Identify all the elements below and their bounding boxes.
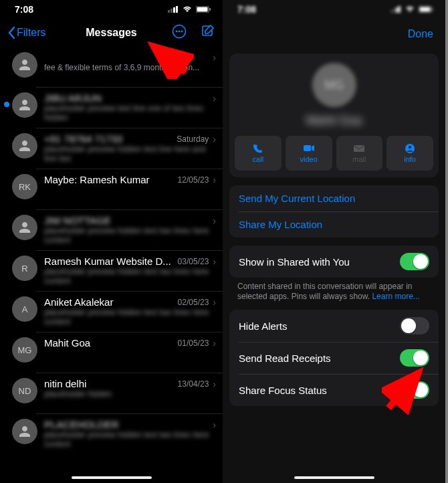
- focus-status-label: Share Focus Status: [239, 385, 327, 396]
- conversation-date: 13/04/23: [178, 379, 209, 389]
- conversation-row[interactable]: JIBU ARJUN›placeholder preview text line…: [0, 87, 223, 128]
- call-action[interactable]: call: [235, 136, 282, 171]
- avatar: ND: [12, 378, 37, 403]
- conversation-preview: placeholder preview hidden text two line…: [44, 430, 216, 449]
- chevron-right-icon: ›: [213, 215, 216, 226]
- shared-footnote: Content shared in this conversation will…: [223, 278, 445, 302]
- conversation-name: Ramesh Kumar Website D...: [44, 256, 174, 267]
- avatar: MG: [12, 337, 37, 363]
- conversation-preview: placeholder preview hidden text two line…: [44, 308, 216, 326]
- conversation-row[interactable]: RKMaybe: Ramesh Kumar12/05/23›: [0, 169, 223, 209]
- status-bar: 7:08: [223, 0, 445, 19]
- status-icons: [168, 6, 211, 13]
- svg-rect-3: [176, 6, 178, 13]
- shared-toggle[interactable]: [400, 253, 429, 270]
- svg-rect-13: [390, 10, 393, 13]
- mail-icon: [353, 143, 365, 154]
- conversation-preview: placeholder preview hidden text two line…: [44, 267, 216, 286]
- conversation-date: 03/05/23: [178, 257, 209, 266]
- conversation-preview: placeholder hidden: [44, 389, 216, 408]
- svg-rect-16: [399, 6, 401, 13]
- svg-rect-1: [171, 9, 173, 13]
- avatar: R: [12, 256, 37, 281]
- chevron-right-icon: ›: [213, 175, 216, 185]
- svg-rect-6: [209, 8, 211, 11]
- chevron-right-icon: ›: [213, 52, 216, 63]
- status-icons: [390, 6, 433, 13]
- conversation-name: JIM NOTTAGE: [44, 215, 205, 226]
- info-action[interactable]: info: [386, 136, 433, 171]
- avatar: A: [12, 296, 37, 322]
- conversation-preview: placeholder preview hidden text two line…: [44, 226, 216, 245]
- contact-avatar[interactable]: MG: [312, 63, 356, 107]
- conversation-row[interactable]: RRamesh Kumar Website D...03/05/23›place…: [0, 250, 223, 291]
- chevron-right-icon: ›: [213, 134, 216, 144]
- video-icon: [303, 143, 315, 154]
- conversation-row[interactable]: JIM NOTTAGE›placeholder preview hidden t…: [0, 209, 223, 250]
- signal-icon: [168, 6, 179, 13]
- home-indicator[interactable]: [72, 476, 152, 479]
- conversation-name: PLACEHOLDER: [44, 419, 205, 430]
- focus-status-toggle[interactable]: [400, 381, 429, 399]
- send-current-location[interactable]: Send My Current Location: [229, 185, 439, 211]
- avatar: [12, 419, 37, 444]
- conversation-preview: placeholder preview text line one of two…: [44, 104, 216, 122]
- svg-rect-14: [393, 9, 395, 13]
- contact-profile-card: MG Mahit Goa call video mail info: [229, 54, 439, 177]
- share-my-location[interactable]: Share My Location: [229, 211, 439, 237]
- home-indicator[interactable]: [294, 476, 374, 479]
- shared-with-you-row: Show in Shared with You: [229, 246, 439, 278]
- left-phone: 7:08 Filters Messages ›fee & flexible te…: [0, 0, 223, 483]
- phone-icon: [252, 143, 264, 154]
- conversation-date: 12/05/23: [178, 175, 209, 185]
- conversation-date: 02/05/23: [178, 298, 209, 307]
- conversation-row[interactable]: NDnitin delhi13/04/23›placeholder hidden: [0, 373, 223, 413]
- read-receipts-label: Send Read Receipts: [239, 353, 331, 364]
- conversation-row[interactable]: ›fee & flexible terms of 3,6,9 months. S…: [0, 47, 223, 87]
- focus-status-row: Share Focus Status: [229, 374, 439, 406]
- hide-alerts-label: Hide Alerts: [239, 320, 288, 332]
- avatar: [12, 92, 37, 118]
- conversation-row[interactable]: MGMahit Goa01/05/23›: [0, 332, 223, 373]
- conversation-name: +91 78764 71733: [44, 133, 173, 144]
- conversation-row[interactable]: +91 78764 71733Saturday›placeholder prev…: [0, 128, 223, 169]
- page-title: Messages: [0, 27, 223, 39]
- conversation-name: Maybe: Ramesh Kumar: [44, 174, 174, 185]
- unread-dot: [4, 102, 9, 107]
- video-action[interactable]: video: [286, 136, 332, 171]
- mail-action: mail: [336, 136, 383, 171]
- conversation-preview: [44, 349, 216, 367]
- svg-rect-0: [168, 10, 170, 13]
- done-button[interactable]: Done: [408, 28, 433, 39]
- chevron-right-icon: ›: [213, 297, 216, 308]
- conversation-list[interactable]: ›fee & flexible terms of 3,6,9 months. S…: [0, 47, 223, 454]
- conversation-name: nitin delhi: [44, 378, 174, 389]
- hide-alerts-row: Hide Alerts: [229, 310, 439, 342]
- wifi-icon: [183, 6, 192, 13]
- read-receipts-toggle[interactable]: [400, 349, 429, 367]
- conversation-name: JIBU ARJUN: [44, 92, 205, 104]
- conversation-row[interactable]: AAniket Akalekar02/05/23›placeholder pre…: [0, 291, 223, 332]
- conversation-date: 01/05/23: [178, 339, 209, 348]
- chevron-right-icon: ›: [213, 338, 216, 349]
- svg-rect-18: [420, 7, 431, 12]
- conversation-name: Mahit Goa: [44, 337, 174, 349]
- svg-rect-5: [197, 7, 208, 12]
- conversation-preview: [44, 185, 216, 204]
- battery-icon: [196, 6, 211, 13]
- conversation-name: Aniket Akalekar: [44, 296, 174, 308]
- settings-section: Hide Alerts Send Read Receipts Share Foc…: [229, 310, 439, 406]
- hide-alerts-toggle[interactable]: [400, 317, 429, 334]
- svg-rect-2: [173, 7, 175, 13]
- contact-name: Mahit Goa: [235, 114, 433, 128]
- svg-point-23: [409, 146, 411, 149]
- learn-more-link[interactable]: Learn more...: [372, 292, 419, 301]
- status-time: 7:08: [15, 4, 33, 15]
- avatar: [12, 133, 37, 159]
- svg-rect-19: [432, 8, 433, 11]
- read-receipts-row: Send Read Receipts: [229, 342, 439, 374]
- shared-label: Show in Shared with You: [239, 256, 350, 268]
- conversation-row[interactable]: PLACEHOLDER›placeholder preview hidden t…: [0, 413, 223, 454]
- status-bar: 7:08: [0, 0, 223, 19]
- svg-rect-20: [304, 145, 311, 151]
